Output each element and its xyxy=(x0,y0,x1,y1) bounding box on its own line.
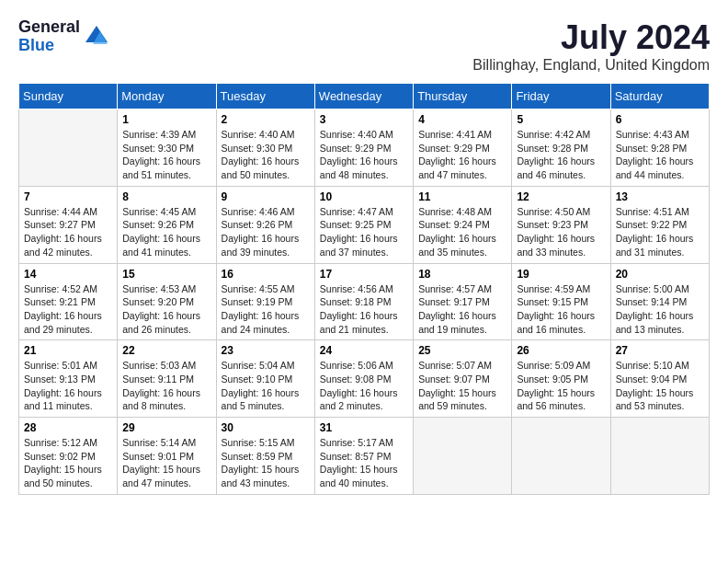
day-number: 17 xyxy=(320,268,408,281)
day-info: Sunrise: 5:06 AM Sunset: 9:08 PM Dayligh… xyxy=(320,359,408,413)
table-row: 2Sunrise: 4:40 AM Sunset: 9:30 PM Daylig… xyxy=(216,109,314,187)
logo-icon xyxy=(84,24,109,50)
calendar-week-row: 7Sunrise: 4:44 AM Sunset: 9:27 PM Daylig… xyxy=(19,186,710,263)
table-row xyxy=(512,418,610,495)
day-info: Sunrise: 5:04 AM Sunset: 9:10 PM Dayligh… xyxy=(222,359,310,413)
day-number: 29 xyxy=(122,421,210,434)
table-row: 1Sunrise: 4:39 AM Sunset: 9:30 PM Daylig… xyxy=(118,109,216,187)
day-number: 28 xyxy=(24,421,112,434)
day-number: 9 xyxy=(222,190,310,203)
day-info: Sunrise: 4:48 AM Sunset: 9:24 PM Dayligh… xyxy=(418,205,506,259)
table-row: 18Sunrise: 4:57 AM Sunset: 9:17 PM Dayli… xyxy=(414,263,512,340)
table-row: 3Sunrise: 4:40 AM Sunset: 9:29 PM Daylig… xyxy=(314,109,413,187)
table-row: 13Sunrise: 4:51 AM Sunset: 9:22 PM Dayli… xyxy=(610,186,709,263)
table-row: 11Sunrise: 4:48 AM Sunset: 9:24 PM Dayli… xyxy=(414,186,512,263)
table-row: 6Sunrise: 4:43 AM Sunset: 9:28 PM Daylig… xyxy=(610,109,709,187)
table-row xyxy=(610,418,709,495)
day-number: 21 xyxy=(24,344,112,357)
table-row: 21Sunrise: 5:01 AM Sunset: 9:13 PM Dayli… xyxy=(19,340,118,418)
table-row xyxy=(414,418,512,495)
day-info: Sunrise: 4:59 AM Sunset: 9:15 PM Dayligh… xyxy=(517,282,605,337)
day-info: Sunrise: 4:53 AM Sunset: 9:20 PM Dayligh… xyxy=(122,282,210,337)
day-number: 14 xyxy=(24,268,112,281)
day-info: Sunrise: 5:15 AM Sunset: 8:59 PM Dayligh… xyxy=(222,436,310,490)
logo-blue: Blue xyxy=(18,37,80,55)
table-row: 14Sunrise: 4:52 AM Sunset: 9:21 PM Dayli… xyxy=(19,263,118,340)
header-wednesday: Wednesday xyxy=(314,84,413,109)
day-info: Sunrise: 5:00 AM Sunset: 9:14 PM Dayligh… xyxy=(616,282,704,337)
day-info: Sunrise: 4:41 AM Sunset: 9:29 PM Dayligh… xyxy=(418,128,506,182)
table-row: 29Sunrise: 5:14 AM Sunset: 9:01 PM Dayli… xyxy=(118,418,216,495)
day-info: Sunrise: 4:42 AM Sunset: 9:28 PM Dayligh… xyxy=(517,128,605,182)
table-row: 20Sunrise: 5:00 AM Sunset: 9:14 PM Dayli… xyxy=(610,263,709,340)
month-year-title: July 2024 xyxy=(472,18,710,57)
day-info: Sunrise: 4:52 AM Sunset: 9:21 PM Dayligh… xyxy=(24,282,112,337)
day-number: 3 xyxy=(320,113,408,126)
table-row: 28Sunrise: 5:12 AM Sunset: 9:02 PM Dayli… xyxy=(19,418,118,495)
day-info: Sunrise: 5:12 AM Sunset: 9:02 PM Dayligh… xyxy=(24,436,112,490)
day-info: Sunrise: 4:47 AM Sunset: 9:25 PM Dayligh… xyxy=(320,205,408,259)
header-monday: Monday xyxy=(118,84,216,109)
calendar-week-row: 21Sunrise: 5:01 AM Sunset: 9:13 PM Dayli… xyxy=(19,340,710,418)
day-info: Sunrise: 5:01 AM Sunset: 9:13 PM Dayligh… xyxy=(24,359,112,413)
page-header: General Blue July 2024 Billinghay, Engla… xyxy=(18,18,710,74)
day-number: 13 xyxy=(616,190,704,203)
day-info: Sunrise: 5:17 AM Sunset: 8:57 PM Dayligh… xyxy=(320,436,408,490)
table-row: 31Sunrise: 5:17 AM Sunset: 8:57 PM Dayli… xyxy=(314,418,413,495)
location-subtitle: Billinghay, England, United Kingdom xyxy=(472,57,710,74)
table-row: 8Sunrise: 4:45 AM Sunset: 9:26 PM Daylig… xyxy=(118,186,216,263)
header-saturday: Saturday xyxy=(610,84,709,109)
day-number: 18 xyxy=(418,268,506,281)
day-info: Sunrise: 4:43 AM Sunset: 9:28 PM Dayligh… xyxy=(616,128,704,182)
table-row: 12Sunrise: 4:50 AM Sunset: 9:23 PM Dayli… xyxy=(512,186,610,263)
header-sunday: Sunday xyxy=(19,84,118,109)
calendar-table: Sunday Monday Tuesday Wednesday Thursday… xyxy=(18,83,710,495)
table-row: 9Sunrise: 4:46 AM Sunset: 9:26 PM Daylig… xyxy=(216,186,314,263)
day-info: Sunrise: 4:40 AM Sunset: 9:30 PM Dayligh… xyxy=(222,128,310,182)
table-row: 15Sunrise: 4:53 AM Sunset: 9:20 PM Dayli… xyxy=(118,263,216,340)
day-number: 8 xyxy=(122,190,210,203)
day-info: Sunrise: 5:10 AM Sunset: 9:04 PM Dayligh… xyxy=(616,359,704,413)
day-number: 22 xyxy=(122,344,210,357)
table-row: 17Sunrise: 4:56 AM Sunset: 9:18 PM Dayli… xyxy=(314,263,413,340)
table-row: 22Sunrise: 5:03 AM Sunset: 9:11 PM Dayli… xyxy=(118,340,216,418)
day-number: 20 xyxy=(616,268,704,281)
logo: General Blue xyxy=(18,18,109,55)
header-friday: Friday xyxy=(512,84,610,109)
table-row: 10Sunrise: 4:47 AM Sunset: 9:25 PM Dayli… xyxy=(314,186,413,263)
day-number: 24 xyxy=(320,344,408,357)
day-info: Sunrise: 4:44 AM Sunset: 9:27 PM Dayligh… xyxy=(24,205,112,259)
day-info: Sunrise: 4:45 AM Sunset: 9:26 PM Dayligh… xyxy=(122,205,210,259)
day-number: 6 xyxy=(616,113,704,126)
day-info: Sunrise: 4:55 AM Sunset: 9:19 PM Dayligh… xyxy=(222,282,310,337)
day-number: 12 xyxy=(517,190,605,203)
day-number: 7 xyxy=(24,190,112,203)
day-number: 23 xyxy=(222,344,310,357)
table-row: 4Sunrise: 4:41 AM Sunset: 9:29 PM Daylig… xyxy=(414,109,512,187)
day-number: 19 xyxy=(517,268,605,281)
table-row: 25Sunrise: 5:07 AM Sunset: 9:07 PM Dayli… xyxy=(414,340,512,418)
table-row: 16Sunrise: 4:55 AM Sunset: 9:19 PM Dayli… xyxy=(216,263,314,340)
day-info: Sunrise: 4:39 AM Sunset: 9:30 PM Dayligh… xyxy=(122,128,210,182)
day-info: Sunrise: 5:14 AM Sunset: 9:01 PM Dayligh… xyxy=(122,436,210,490)
day-number: 5 xyxy=(517,113,605,126)
table-row: 24Sunrise: 5:06 AM Sunset: 9:08 PM Dayli… xyxy=(314,340,413,418)
day-info: Sunrise: 4:50 AM Sunset: 9:23 PM Dayligh… xyxy=(517,205,605,259)
day-number: 31 xyxy=(320,421,408,434)
day-number: 25 xyxy=(418,344,506,357)
day-info: Sunrise: 5:09 AM Sunset: 9:05 PM Dayligh… xyxy=(517,359,605,413)
day-info: Sunrise: 5:03 AM Sunset: 9:11 PM Dayligh… xyxy=(122,359,210,413)
day-number: 26 xyxy=(517,344,605,357)
day-number: 11 xyxy=(418,190,506,203)
table-row: 7Sunrise: 4:44 AM Sunset: 9:27 PM Daylig… xyxy=(19,186,118,263)
day-number: 1 xyxy=(122,113,210,126)
table-row: 19Sunrise: 4:59 AM Sunset: 9:15 PM Dayli… xyxy=(512,263,610,340)
day-info: Sunrise: 4:56 AM Sunset: 9:18 PM Dayligh… xyxy=(320,282,408,337)
day-number: 16 xyxy=(222,268,310,281)
calendar-week-row: 14Sunrise: 4:52 AM Sunset: 9:21 PM Dayli… xyxy=(19,263,710,340)
calendar-week-row: 1Sunrise: 4:39 AM Sunset: 9:30 PM Daylig… xyxy=(19,109,710,187)
day-number: 10 xyxy=(320,190,408,203)
header-thursday: Thursday xyxy=(414,84,512,109)
table-row: 30Sunrise: 5:15 AM Sunset: 8:59 PM Dayli… xyxy=(216,418,314,495)
day-number: 15 xyxy=(122,268,210,281)
